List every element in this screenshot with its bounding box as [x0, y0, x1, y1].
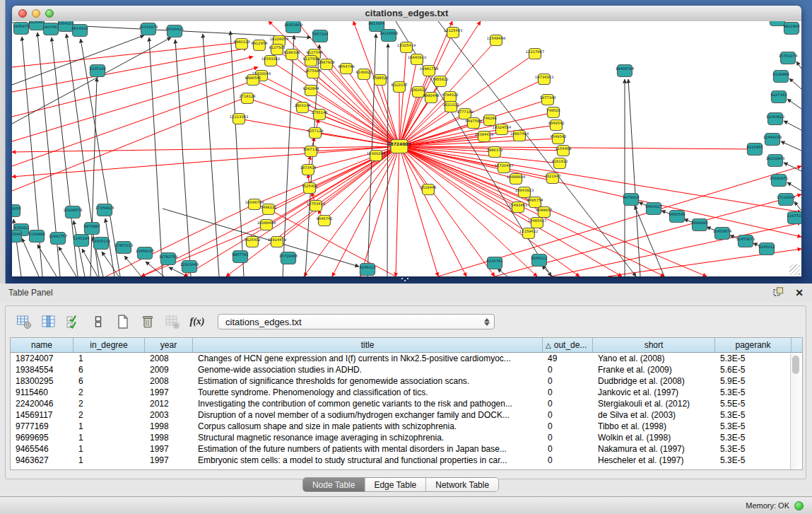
- zoom-window-button[interactable]: [45, 9, 54, 18]
- graph-node-label: 16782759: [159, 255, 177, 259]
- table-cell: 18724007: [11, 354, 73, 363]
- window-titlebar[interactable]: citations_edges.txt: [12, 6, 801, 22]
- table-row[interactable]: 1872400712008Changes of HCN gene express…: [11, 353, 802, 364]
- column-header-title[interactable]: title: [193, 338, 543, 352]
- graph-node-label: 11548498: [487, 36, 505, 40]
- table-row[interactable]: 1938455462009Genome-wide association stu…: [11, 364, 802, 375]
- column-header-label: title: [361, 340, 375, 350]
- graph-node-label: 7625402: [244, 238, 260, 242]
- splitter-handle[interactable]: [400, 277, 410, 282]
- function-builder-icon[interactable]: f(x): [189, 313, 206, 330]
- new-column-icon[interactable]: [114, 313, 131, 330]
- table-cell: Franke et al. (2009): [593, 365, 715, 375]
- graph-node-label: 9242844: [302, 86, 319, 90]
- graph-node[interactable]: [770, 21, 785, 26]
- resize-grip[interactable]: [789, 264, 800, 275]
- column-visibility-icon[interactable]: [40, 313, 57, 330]
- table-cell: 1997: [145, 444, 193, 454]
- graph-edge: [542, 266, 553, 276]
- delete-column-icon[interactable]: [139, 313, 156, 330]
- graph-node-label: 9127546: [306, 50, 322, 54]
- column-header-short[interactable]: short: [593, 338, 715, 352]
- graph-node-label: 16961758: [420, 66, 438, 71]
- table-row[interactable]: 2242004622012Investigating the contribut…: [11, 398, 802, 409]
- network-view-window[interactable]: citations_edges.txt 89601238912954182260…: [12, 6, 801, 276]
- graph-node-label: 8960123: [233, 40, 249, 44]
- table-cell: Genome-wide association studies in ADHD.: [193, 365, 543, 375]
- node-table: namein_degreeyeartitle△out_de...shortpag…: [10, 337, 803, 470]
- graph-node-label: 16753418: [307, 201, 325, 206]
- column-header-label: year: [160, 340, 177, 350]
- graph-node-label: 8215955: [746, 145, 763, 149]
- graph-node-label: 9975887: [83, 224, 100, 228]
- graph-node-label: 7986372: [486, 148, 502, 152]
- table-selector-dropdown[interactable]: citations_edges.txt: [218, 314, 495, 329]
- graph-edge: [102, 252, 119, 276]
- graph-node-label: 9896541: [245, 76, 261, 80]
- table-cell: 0: [543, 410, 593, 420]
- column-header-pagerank[interactable]: pagerank: [715, 338, 792, 352]
- table-row[interactable]: 1830029562008Estimation of significance …: [11, 375, 802, 387]
- graph-edge: [12, 35, 144, 85]
- table-cell: 2009: [145, 365, 193, 375]
- table-cell: Investigating the contribution of common…: [193, 399, 543, 409]
- graph-edge: [12, 42, 240, 67]
- table-cell: 2012: [145, 399, 193, 409]
- table-cell: 9463627: [11, 455, 73, 465]
- column-header-label: short: [645, 340, 664, 350]
- table-row[interactable]: 1456911722003Disruption of a novel membe…: [11, 409, 802, 421]
- table-row[interactable]: 911546021997Tourette syndrome. Phenomeno…: [11, 387, 802, 398]
- graph-node-label: 1167533: [787, 214, 801, 218]
- table-cell: 0: [543, 399, 593, 409]
- row-height-icon[interactable]: [90, 313, 107, 330]
- network-canvas[interactable]: 8960123891295418226058912750316543382818…: [12, 21, 801, 276]
- tab-network-table[interactable]: Network Table: [426, 478, 498, 491]
- table-row[interactable]: 946554611997Estimation of the future num…: [11, 443, 802, 455]
- scrollbar-thumb[interactable]: [792, 356, 799, 374]
- table-cell: 2: [73, 387, 145, 397]
- table-row[interactable]: 969969511998Structural magnetic resonanc…: [11, 432, 802, 443]
- graph-edge: [438, 21, 636, 276]
- graph-edge: [305, 45, 319, 276]
- tab-node-table[interactable]: Node Table: [303, 478, 365, 491]
- table-cell: 49: [543, 354, 593, 363]
- tab-edge-table[interactable]: Edge Table: [365, 478, 426, 491]
- table-cell: 5.9E-5: [715, 376, 792, 386]
- graph-node-label: 13643923: [515, 188, 534, 192]
- window-title: citations_edges.txt: [12, 6, 801, 21]
- table-row[interactable]: 946362711997Embryonic stem cells: a mode…: [11, 455, 802, 466]
- close-panel-icon[interactable]: ✕: [795, 288, 804, 298]
- collapsed-panel-strip[interactable]: [0, 0, 6, 284]
- graph-node-label: 835061: [14, 226, 28, 230]
- minimize-window-button[interactable]: [32, 9, 40, 18]
- table-cell: 2008: [145, 376, 193, 386]
- status-bar: Memory: OK: [0, 496, 812, 514]
- graph-node-label: 9857791: [232, 252, 248, 257]
- graph-node-label: 2026461: [28, 21, 45, 24]
- table-cell: 18300295: [11, 376, 73, 386]
- table-row[interactable]: 977716911998Corpus callosum shape and si…: [11, 421, 802, 432]
- table-header-row: namein_degreeyeartitle△out_de...shortpag…: [11, 338, 802, 353]
- select-rows-icon[interactable]: [65, 313, 82, 330]
- float-panel-icon[interactable]: [773, 287, 784, 299]
- graph-edge: [73, 221, 85, 276]
- import-table-icon[interactable]: [164, 313, 181, 330]
- table-settings-icon[interactable]: [16, 313, 33, 330]
- graph-node-label: 2755146: [311, 110, 327, 115]
- column-header-name[interactable]: name: [11, 338, 73, 352]
- table-cell: 1: [73, 455, 145, 465]
- column-header-year[interactable]: year: [145, 338, 193, 352]
- table-mode-tabs: Node TableEdge TableNetwork Table: [302, 477, 499, 492]
- table-cell: 1997: [145, 455, 193, 465]
- graph-node-label: 15751074: [779, 54, 798, 58]
- table-toolbar: f(x) citations_edges.txt: [16, 310, 495, 334]
- table-cell: Jankovic et al. (1997): [593, 387, 715, 397]
- column-header-in-degree[interactable]: in_degree: [73, 338, 145, 352]
- table-vertical-scrollbar[interactable]: [790, 354, 801, 469]
- close-window-button[interactable]: [18, 9, 27, 18]
- graph-node-label: 4257129: [307, 129, 323, 133]
- graph-node-label: 9646742: [316, 216, 332, 221]
- graph-edge: [12, 37, 171, 124]
- graph-node-label: 16914479: [268, 238, 286, 242]
- column-header-out-de-[interactable]: △out_de...: [543, 338, 593, 352]
